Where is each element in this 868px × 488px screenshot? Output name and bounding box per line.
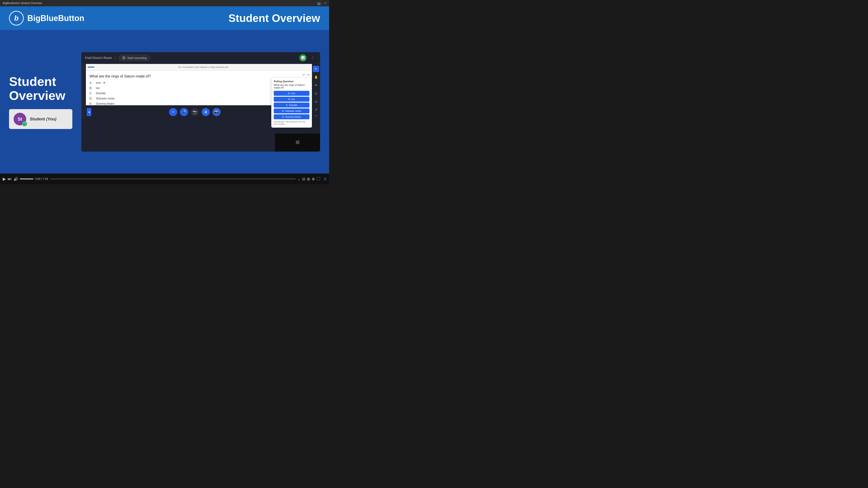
- poll-question: What are the rings of Saturn made of?: [274, 84, 309, 89]
- settings-button[interactable]: ⚙: [312, 177, 315, 181]
- volume-slider[interactable]: [20, 178, 33, 180]
- undo-btn[interactable]: ↩: [302, 72, 306, 77]
- watch-icon[interactable]: 📺: [317, 1, 321, 5]
- captions-button[interactable]: ⊟: [302, 177, 305, 181]
- logo-b: b: [14, 14, 19, 22]
- wb-accent: [88, 67, 94, 68]
- tip-text: Tip: One question mark indicates a singl…: [96, 66, 310, 68]
- settings-right: ⊟ ⊞ ⚙ ⛶: [302, 177, 320, 181]
- right-panel: ↖ ✋ ✏ ◻ ▭ ↗ •••: [312, 64, 320, 119]
- redo-btn[interactable]: ↪: [307, 72, 310, 77]
- sidebar-dots: ⋮: [82, 66, 86, 70]
- header-banner: b BigBlueButton Student Overview: [0, 6, 329, 30]
- play-button[interactable]: ▶: [3, 176, 6, 182]
- wb-toolbar: Tip: One question mark indicates a singl…: [86, 64, 312, 71]
- pen-tool[interactable]: ✏: [313, 82, 319, 88]
- time-display: 0:00 / 7:26: [35, 177, 48, 181]
- room-name: Fred Dixon's Room: [85, 56, 112, 60]
- fullscreen-button[interactable]: ⛶: [317, 177, 320, 181]
- record-label: Start recording: [127, 56, 147, 60]
- cursor-tool[interactable]: ↖: [313, 66, 319, 72]
- camera2-btn[interactable]: 📸: [213, 108, 221, 116]
- poll-option-c[interactable]: C. Granite: [274, 103, 309, 107]
- titlebar-icons: 📺 ↗: [317, 1, 327, 5]
- chart-icon-btn[interactable]: 📊: [299, 54, 307, 61]
- divider: |: [115, 56, 116, 60]
- answer-dot: [103, 82, 105, 84]
- rect-tool[interactable]: ▭: [313, 98, 319, 105]
- bbb-logo-corner: b: [324, 177, 327, 182]
- poll-popup: Polling Question What are the rings of S…: [271, 77, 312, 128]
- avatar: St 🎤: [13, 113, 26, 125]
- hand-tool[interactable]: ✋: [313, 74, 319, 80]
- bbb-main: ⋮ Tip: One question mark indicates a sin…: [81, 64, 320, 119]
- wb-controls: ↩ ↪: [302, 72, 310, 77]
- poll-option-a[interactable]: A. Iron: [274, 91, 309, 96]
- titlebar: BigBlueButton Student Overview 📺 ↗: [0, 0, 329, 6]
- topbar-right: 📊 ⋮: [299, 54, 316, 61]
- camera-btn[interactable]: 📷: [191, 108, 199, 116]
- share-icon[interactable]: ↗: [324, 1, 327, 5]
- skip-button[interactable]: ⏭: [8, 177, 12, 182]
- camera-icon: ✖: [295, 139, 300, 146]
- eraser-tool[interactable]: ◻: [313, 90, 319, 96]
- body-area: Student Overview St 🎤 Student (You) Fred…: [0, 30, 329, 173]
- logo-circle: b: [9, 11, 24, 26]
- mic-btn[interactable]: 🎤: [180, 108, 188, 116]
- logo-area: b BigBlueButton: [9, 11, 84, 26]
- progress-bar[interactable]: [50, 178, 296, 180]
- header-title: Student Overview: [228, 12, 320, 24]
- student-card: St 🎤 Student (You): [9, 109, 72, 129]
- more-options-btn[interactable]: ⋮: [309, 54, 316, 61]
- volume-fill: [20, 178, 33, 180]
- poll-option-e[interactable]: E. Gummy bears: [274, 114, 309, 119]
- video-controls: ▶ ⏭ 🔊 0:00 / 7:26 ⌄ ⊟ ⊞ ⚙ ⛶ b: [0, 173, 329, 184]
- student-name: Student (You): [30, 117, 56, 122]
- record-dot: [122, 56, 125, 59]
- poll-option-d[interactable]: D. Volcanic rocks: [274, 108, 309, 113]
- titlebar-title: BigBlueButton Student Overview: [3, 2, 42, 5]
- record-button[interactable]: Start recording: [119, 55, 150, 61]
- main-content: b BigBlueButton Student Overview Student…: [0, 6, 329, 173]
- bbb-topbar: Fred Dixon's Room | Start recording 📊 ⋮: [81, 52, 320, 64]
- expand-btn[interactable]: ◀: [87, 108, 91, 116]
- mic-badge: 🎤: [22, 121, 27, 126]
- poll-note: Normal poll - the presenter can see your…: [274, 121, 309, 125]
- screen-share-btn[interactable]: 🖥: [202, 108, 210, 116]
- volume-icon[interactable]: 🔊: [13, 177, 18, 181]
- bbb-sidebar: ⋮: [81, 64, 86, 119]
- chevron-down-icon[interactable]: ⌄: [298, 177, 301, 181]
- bbb-window: Fred Dixon's Room | Start recording 📊 ⋮ …: [81, 52, 320, 152]
- tool-dots: •••: [314, 115, 318, 117]
- left-content: Student Overview St 🎤 Student (You): [9, 74, 72, 129]
- company-name: BigBlueButton: [27, 13, 84, 23]
- add-btn[interactable]: ＋: [169, 108, 177, 116]
- expand-tool[interactable]: ↗: [313, 106, 319, 113]
- whiteboard-area: Tip: One question mark indicates a singl…: [86, 64, 312, 119]
- poll-option-b[interactable]: B. Ice: [274, 97, 309, 102]
- slide-title: Student Overview: [9, 74, 72, 102]
- poll-title: Polling Question: [274, 80, 309, 83]
- camera-indicator: ✖: [275, 133, 320, 152]
- quality-button[interactable]: ⊞: [307, 177, 310, 181]
